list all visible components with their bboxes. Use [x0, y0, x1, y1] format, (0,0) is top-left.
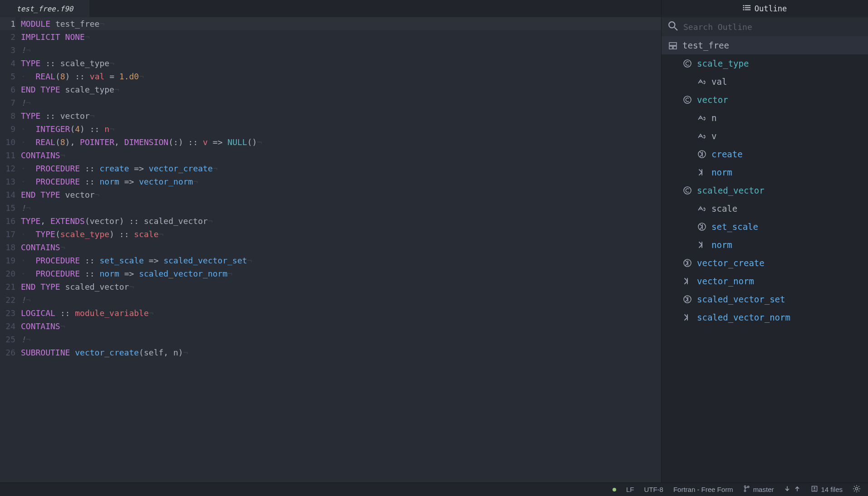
- field-icon: [697, 77, 707, 86]
- line-number: 7: [0, 96, 15, 109]
- outline-item-scaled-vector-norm[interactable]: scaled_vector_norm: [662, 308, 868, 326]
- editor-pane: test_free.f90 12345678910111213141516171…: [0, 0, 661, 482]
- diff-icon: [811, 485, 818, 494]
- code-line[interactable]: IMPLICIT NONE¬: [21, 30, 661, 44]
- outline-title: Outline: [755, 4, 787, 13]
- code-line[interactable]: END TYPE vector¬: [21, 188, 661, 201]
- code-line[interactable]: !¬: [21, 333, 661, 346]
- line-number: 12: [0, 162, 15, 175]
- func-icon: [697, 168, 707, 177]
- outline-pane: Outline test_freescale_typevalvectornvcr…: [661, 0, 868, 482]
- outline-item-scaled-vector-set[interactable]: scaled_vector_set: [662, 290, 868, 308]
- line-number: 13: [0, 175, 15, 188]
- code-line[interactable]: !¬: [21, 293, 661, 306]
- outline-item-label: norm: [711, 240, 732, 250]
- outline-tree: test_freescale_typevalvectornvcreatenorm…: [662, 36, 868, 482]
- dot-icon: [613, 488, 616, 491]
- line-number: 18: [0, 241, 15, 254]
- status-fetch[interactable]: [784, 485, 801, 494]
- line-number: 9: [0, 122, 15, 136]
- outline-item-label: v: [711, 131, 716, 141]
- code-line[interactable]: · PROCEDURE :: create => vector_create¬: [21, 162, 661, 175]
- outline-item-test-free[interactable]: test_free: [662, 36, 868, 54]
- code-line[interactable]: TYPE, EXTENDS(vector) :: scaled_vector¬: [21, 214, 661, 228]
- code-area[interactable]: 1234567891011121314151617181920212223242…: [0, 17, 661, 482]
- outline-item-val[interactable]: val: [662, 73, 868, 91]
- code-line[interactable]: !¬: [21, 201, 661, 214]
- outline-item-create[interactable]: create: [662, 145, 868, 163]
- status-settings[interactable]: [853, 485, 861, 494]
- line-number: 5: [0, 70, 15, 83]
- status-clean-indicator[interactable]: [613, 488, 616, 491]
- outline-item-label: vector_norm: [697, 276, 754, 286]
- outline-search[interactable]: [662, 17, 868, 36]
- code-line[interactable]: END TYPE scaled_vector¬: [21, 280, 661, 293]
- status-encoding[interactable]: UTF-8: [644, 486, 663, 493]
- outline-item-label: vector: [697, 95, 728, 105]
- outline-item-scaled-vector[interactable]: scaled_vector: [662, 181, 868, 199]
- code-line[interactable]: · INTEGER(4) :: n¬: [21, 122, 661, 136]
- outline-item-vector[interactable]: vector: [662, 91, 868, 109]
- code-line[interactable]: !¬: [21, 44, 661, 57]
- sub-icon: [682, 295, 692, 304]
- code-line[interactable]: · REAL(8) :: val = 1.d0¬: [21, 70, 661, 83]
- line-number: 4: [0, 57, 15, 70]
- outline-item-scale-type[interactable]: scale_type: [662, 54, 868, 73]
- status-line-ending[interactable]: LF: [626, 486, 634, 493]
- class-icon: [682, 95, 692, 104]
- code-line[interactable]: TYPE :: scale_type¬: [21, 57, 661, 70]
- arrow-up-icon: [794, 485, 801, 494]
- outline-header: Outline: [662, 0, 868, 17]
- outline-item-scale[interactable]: scale: [662, 199, 868, 218]
- func-icon: [682, 277, 692, 286]
- line-number: 11: [0, 149, 15, 162]
- outline-item-label: scale: [711, 204, 737, 214]
- list-icon: [743, 4, 751, 14]
- code-line[interactable]: LOGICAL :: module_variable¬: [21, 306, 661, 320]
- field-icon: [697, 131, 707, 141]
- code-line[interactable]: · PROCEDURE :: norm => scaled_vector_nor…: [21, 267, 661, 280]
- outline-item-label: scaled_vector_set: [697, 294, 785, 304]
- status-git-files[interactable]: 14 files: [811, 485, 843, 494]
- code-line[interactable]: TYPE :: vector¬: [21, 109, 661, 122]
- status-git-branch[interactable]: master: [743, 485, 774, 494]
- code-line[interactable]: · REAL(8), POINTER, DIMENSION(:) :: v =>…: [21, 136, 661, 149]
- line-number: 2: [0, 30, 15, 44]
- code-line[interactable]: MODULE test_free¬: [21, 17, 661, 30]
- line-number: 21: [0, 280, 15, 293]
- outline-item-norm[interactable]: norm: [662, 163, 868, 181]
- code-line[interactable]: SUBROUTINE vector_create(self, n)¬: [21, 346, 661, 359]
- line-number: 17: [0, 228, 15, 241]
- code-line[interactable]: !¬: [21, 96, 661, 109]
- outline-item-norm[interactable]: norm: [662, 236, 868, 254]
- outline-item-label: vector_create: [697, 258, 765, 268]
- tab-test-free[interactable]: test_free.f90: [0, 0, 89, 17]
- arrow-down-icon: [784, 485, 791, 494]
- status-language[interactable]: Fortran - Free Form: [673, 486, 733, 493]
- line-number: 20: [0, 267, 15, 280]
- outline-item-set-scale[interactable]: set_scale: [662, 218, 868, 236]
- main-row: test_free.f90 12345678910111213141516171…: [0, 0, 868, 482]
- line-number-gutter: 1234567891011121314151617181920212223242…: [0, 17, 21, 482]
- branch-icon: [743, 485, 750, 494]
- code-line[interactable]: END TYPE scale_type¬: [21, 83, 661, 96]
- line-number: 26: [0, 346, 15, 359]
- tab-title: test_free.f90: [16, 5, 73, 13]
- outline-item-label: set_scale: [711, 222, 758, 232]
- code-line[interactable]: · PROCEDURE :: set_scale => scaled_vecto…: [21, 254, 661, 267]
- code-line[interactable]: · TYPE(scale_type) :: scale¬: [21, 228, 661, 241]
- outline-search-input[interactable]: [683, 22, 862, 32]
- code-lines[interactable]: MODULE test_free¬IMPLICIT NONE¬!¬TYPE ::…: [21, 17, 661, 482]
- code-line[interactable]: CONTAINS¬: [21, 149, 661, 162]
- line-number: 3: [0, 44, 15, 57]
- code-line[interactable]: CONTAINS¬: [21, 320, 661, 333]
- status-branch-label: master: [753, 486, 774, 493]
- outline-item-label: scale_type: [697, 58, 749, 68]
- code-line[interactable]: CONTAINS¬: [21, 241, 661, 254]
- outline-item-vector-create[interactable]: vector_create: [662, 254, 868, 272]
- outline-item-vector-norm[interactable]: vector_norm: [662, 272, 868, 290]
- outline-item-v[interactable]: v: [662, 127, 868, 145]
- line-number: 6: [0, 83, 15, 96]
- outline-item-n[interactable]: n: [662, 109, 868, 127]
- code-line[interactable]: · PROCEDURE :: norm => vector_norm¬: [21, 175, 661, 188]
